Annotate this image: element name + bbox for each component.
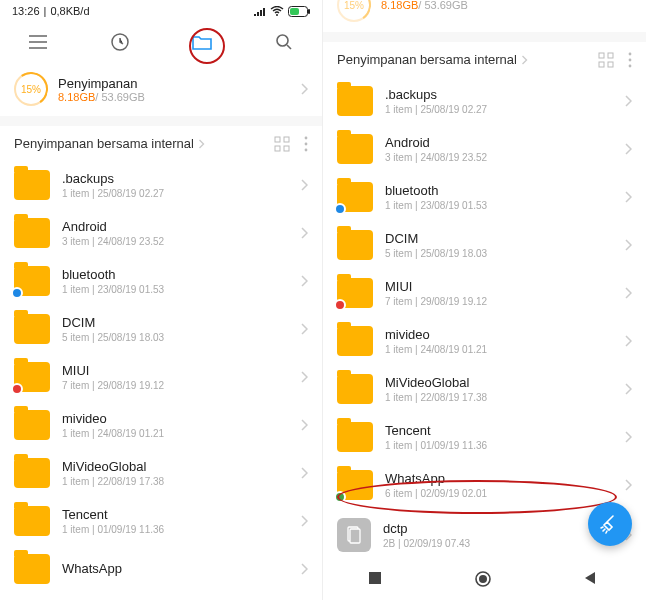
- folder-icon: [14, 554, 50, 584]
- grid-view-icon[interactable]: [598, 52, 614, 68]
- section-header[interactable]: Penyimpanan bersama internal: [0, 126, 322, 161]
- folder-meta: 3 item | 24/08/19 23.52: [62, 236, 164, 247]
- folder-meta: 1 item | 23/08/19 01.53: [385, 200, 487, 211]
- folder-icon: [337, 470, 373, 500]
- folder-meta: 7 item | 29/08/19 19.12: [62, 380, 164, 391]
- folder-row[interactable]: MiVideoGlobal1 item | 22/08/19 17.38: [323, 365, 646, 413]
- svg-rect-2: [290, 8, 299, 15]
- search-icon[interactable]: [274, 32, 294, 52]
- chevron-right-icon: [300, 83, 308, 95]
- status-net: 0,8KB/d: [50, 5, 89, 17]
- folder-tab-icon[interactable]: [192, 32, 212, 52]
- chevron-right-icon: [624, 335, 632, 347]
- clean-fab[interactable]: [588, 502, 632, 546]
- svg-rect-13: [599, 53, 604, 58]
- broom-icon: [599, 513, 621, 535]
- folder-row[interactable]: DCIM5 item | 25/08/19 18.03: [0, 305, 322, 353]
- chevron-right-icon: [300, 467, 308, 479]
- svg-rect-16: [608, 62, 613, 67]
- menu-icon[interactable]: [28, 32, 48, 52]
- folder-meta: 1 item | 24/08/19 01.21: [62, 428, 164, 439]
- home-button[interactable]: [474, 570, 494, 590]
- folder-name: Android: [385, 135, 487, 150]
- storage-ring-icon: 15%: [337, 0, 371, 22]
- folder-badge: [334, 299, 346, 311]
- folder-row[interactable]: bluetooth1 item | 23/08/19 01.53: [323, 173, 646, 221]
- storage-ring-icon: 15%: [14, 72, 48, 106]
- chevron-right-icon: [300, 179, 308, 191]
- folder-name: DCIM: [62, 315, 164, 330]
- folder-row[interactable]: WhatsApp6 item | 02/09/19 02.01: [323, 461, 646, 509]
- section-header[interactable]: Penyimpanan bersama internal: [323, 42, 646, 77]
- folder-name: WhatsApp: [62, 561, 122, 576]
- folder-row[interactable]: DCIM5 item | 25/08/19 18.03: [323, 221, 646, 269]
- folder-meta: 5 item | 25/08/19 18.03: [385, 248, 487, 259]
- folder-row[interactable]: mivideo1 item | 24/08/19 01.21: [323, 317, 646, 365]
- folder-icon: [337, 326, 373, 356]
- folder-name: Tencent: [62, 507, 164, 522]
- chevron-right-icon: [198, 139, 205, 149]
- chevron-right-icon: [624, 287, 632, 299]
- folder-icon: [14, 506, 50, 536]
- folder-row[interactable]: mivideo1 item | 24/08/19 01.21: [0, 401, 322, 449]
- chevron-right-icon: [624, 95, 632, 107]
- folder-meta: 1 item | 23/08/19 01.53: [62, 284, 164, 295]
- chevron-right-icon: [624, 479, 632, 491]
- folder-row[interactable]: Tencent1 item | 01/09/19 11.36: [323, 413, 646, 461]
- chevron-right-icon: [300, 563, 308, 575]
- folder-name: MIUI: [62, 363, 164, 378]
- folder-row[interactable]: MIUI7 item | 29/08/19 19.12: [323, 269, 646, 317]
- folder-name: Tencent: [385, 423, 487, 438]
- more-icon[interactable]: [304, 136, 308, 152]
- folder-badge: [334, 203, 346, 215]
- folder-badge: [11, 287, 23, 299]
- grid-view-icon[interactable]: [274, 136, 290, 152]
- folder-icon: [14, 458, 50, 488]
- svg-rect-9: [284, 146, 289, 151]
- back-button[interactable]: [582, 570, 602, 590]
- folder-name: Android: [62, 219, 164, 234]
- folder-list: .backups1 item | 25/08/19 02.27Android3 …: [323, 77, 646, 509]
- chevron-right-icon: [521, 55, 528, 65]
- svg-point-19: [629, 64, 632, 67]
- recents-button[interactable]: [367, 570, 387, 590]
- folder-badge: [334, 491, 346, 503]
- svg-rect-7: [284, 137, 289, 142]
- folder-name: WhatsApp: [385, 471, 487, 486]
- folder-row[interactable]: .backups1 item | 25/08/19 02.27: [0, 161, 322, 209]
- folder-meta: 5 item | 25/08/19 18.03: [62, 332, 164, 343]
- recent-icon[interactable]: [110, 32, 130, 52]
- file-meta: 2B | 02/09/19 07.43: [383, 538, 470, 549]
- chevron-right-icon: [300, 515, 308, 527]
- folder-row[interactable]: Tencent1 item | 01/09/19 11.36: [0, 497, 322, 545]
- folder-row[interactable]: Android3 item | 24/08/19 23.52: [323, 125, 646, 173]
- folder-name: MIUI: [385, 279, 487, 294]
- storage-row[interactable]: 15% Penyimpanan 8.18GB/ 53.69GB: [0, 62, 322, 116]
- folder-row[interactable]: .backups1 item | 25/08/19 02.27: [323, 77, 646, 125]
- folder-icon: [14, 362, 50, 392]
- chevron-right-icon: [624, 239, 632, 251]
- folder-badge: [11, 383, 23, 395]
- svg-point-10: [305, 136, 308, 139]
- storage-title: Penyimpanan: [58, 76, 145, 91]
- folder-icon: [14, 410, 50, 440]
- svg-rect-15: [599, 62, 604, 67]
- more-icon[interactable]: [628, 52, 632, 68]
- folder-name: bluetooth: [62, 267, 164, 282]
- storage-row-partial[interactable]: 15% 8.18GB/ 53.69GB: [323, 0, 646, 32]
- svg-point-12: [305, 148, 308, 151]
- top-nav: [0, 22, 322, 62]
- folder-row[interactable]: Android3 item | 24/08/19 23.52: [0, 209, 322, 257]
- folder-list: .backups1 item | 25/08/19 02.27Android3 …: [0, 161, 322, 593]
- signal-icon: [254, 6, 266, 16]
- svg-point-24: [479, 575, 487, 583]
- folder-row[interactable]: WhatsApp: [0, 545, 322, 593]
- svg-rect-6: [275, 137, 280, 142]
- chevron-right-icon: [624, 383, 632, 395]
- folder-row[interactable]: MiVideoGlobal1 item | 22/08/19 17.38: [0, 449, 322, 497]
- folder-row[interactable]: MIUI7 item | 29/08/19 19.12: [0, 353, 322, 401]
- wifi-icon: [270, 6, 284, 16]
- folder-row[interactable]: bluetooth1 item | 23/08/19 01.53: [0, 257, 322, 305]
- document-icon: [337, 518, 371, 552]
- spacer: [0, 116, 322, 126]
